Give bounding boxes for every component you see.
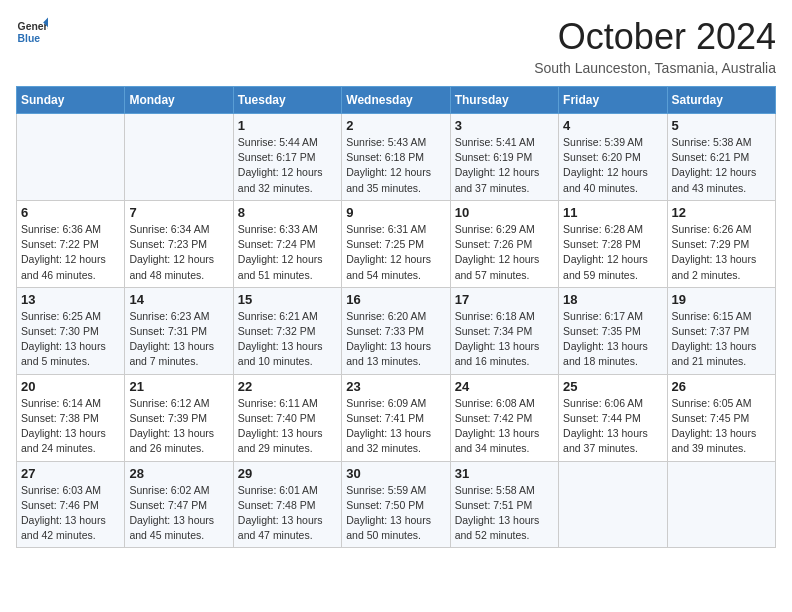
cell-info: Sunrise: 5:59 AMSunset: 7:50 PMDaylight:… xyxy=(346,483,445,544)
calendar-cell: 28Sunrise: 6:02 AMSunset: 7:47 PMDayligh… xyxy=(125,461,233,548)
calendar-cell: 30Sunrise: 5:59 AMSunset: 7:50 PMDayligh… xyxy=(342,461,450,548)
cell-info: Sunrise: 6:09 AMSunset: 7:41 PMDaylight:… xyxy=(346,396,445,457)
calendar-cell xyxy=(17,114,125,201)
calendar-cell xyxy=(125,114,233,201)
calendar-cell: 20Sunrise: 6:14 AMSunset: 7:38 PMDayligh… xyxy=(17,374,125,461)
location: South Launceston, Tasmania, Australia xyxy=(534,60,776,76)
cell-info: Sunrise: 5:38 AMSunset: 6:21 PMDaylight:… xyxy=(672,135,771,196)
calendar-cell: 12Sunrise: 6:26 AMSunset: 7:29 PMDayligh… xyxy=(667,200,775,287)
calendar-cell: 15Sunrise: 6:21 AMSunset: 7:32 PMDayligh… xyxy=(233,287,341,374)
cell-info: Sunrise: 6:23 AMSunset: 7:31 PMDaylight:… xyxy=(129,309,228,370)
page-header: General Blue October 2024 South Launcest… xyxy=(16,16,776,76)
title-block: October 2024 South Launceston, Tasmania,… xyxy=(534,16,776,76)
cell-info: Sunrise: 6:02 AMSunset: 7:47 PMDaylight:… xyxy=(129,483,228,544)
cell-info: Sunrise: 6:15 AMSunset: 7:37 PMDaylight:… xyxy=(672,309,771,370)
day-number: 14 xyxy=(129,292,228,307)
calendar-week-row: 13Sunrise: 6:25 AMSunset: 7:30 PMDayligh… xyxy=(17,287,776,374)
day-header-friday: Friday xyxy=(559,87,667,114)
day-number: 12 xyxy=(672,205,771,220)
day-header-monday: Monday xyxy=(125,87,233,114)
calendar-cell: 14Sunrise: 6:23 AMSunset: 7:31 PMDayligh… xyxy=(125,287,233,374)
calendar-cell: 3Sunrise: 5:41 AMSunset: 6:19 PMDaylight… xyxy=(450,114,558,201)
cell-info: Sunrise: 6:06 AMSunset: 7:44 PMDaylight:… xyxy=(563,396,662,457)
day-header-saturday: Saturday xyxy=(667,87,775,114)
calendar-cell: 4Sunrise: 5:39 AMSunset: 6:20 PMDaylight… xyxy=(559,114,667,201)
logo-icon: General Blue xyxy=(16,16,48,48)
calendar-cell: 29Sunrise: 6:01 AMSunset: 7:48 PMDayligh… xyxy=(233,461,341,548)
calendar-cell: 16Sunrise: 6:20 AMSunset: 7:33 PMDayligh… xyxy=(342,287,450,374)
cell-info: Sunrise: 6:31 AMSunset: 7:25 PMDaylight:… xyxy=(346,222,445,283)
day-number: 21 xyxy=(129,379,228,394)
day-number: 16 xyxy=(346,292,445,307)
calendar-cell: 27Sunrise: 6:03 AMSunset: 7:46 PMDayligh… xyxy=(17,461,125,548)
cell-info: Sunrise: 6:01 AMSunset: 7:48 PMDaylight:… xyxy=(238,483,337,544)
cell-info: Sunrise: 6:26 AMSunset: 7:29 PMDaylight:… xyxy=(672,222,771,283)
day-number: 10 xyxy=(455,205,554,220)
day-number: 15 xyxy=(238,292,337,307)
calendar-cell xyxy=(559,461,667,548)
cell-info: Sunrise: 6:14 AMSunset: 7:38 PMDaylight:… xyxy=(21,396,120,457)
day-number: 18 xyxy=(563,292,662,307)
day-number: 3 xyxy=(455,118,554,133)
calendar-cell: 19Sunrise: 6:15 AMSunset: 7:37 PMDayligh… xyxy=(667,287,775,374)
cell-info: Sunrise: 5:43 AMSunset: 6:18 PMDaylight:… xyxy=(346,135,445,196)
day-number: 23 xyxy=(346,379,445,394)
calendar-cell: 25Sunrise: 6:06 AMSunset: 7:44 PMDayligh… xyxy=(559,374,667,461)
day-number: 28 xyxy=(129,466,228,481)
calendar-week-row: 1Sunrise: 5:44 AMSunset: 6:17 PMDaylight… xyxy=(17,114,776,201)
calendar-cell xyxy=(667,461,775,548)
day-number: 19 xyxy=(672,292,771,307)
cell-info: Sunrise: 6:33 AMSunset: 7:24 PMDaylight:… xyxy=(238,222,337,283)
cell-info: Sunrise: 6:05 AMSunset: 7:45 PMDaylight:… xyxy=(672,396,771,457)
day-number: 24 xyxy=(455,379,554,394)
cell-info: Sunrise: 6:12 AMSunset: 7:39 PMDaylight:… xyxy=(129,396,228,457)
month-title: October 2024 xyxy=(534,16,776,58)
calendar-cell: 11Sunrise: 6:28 AMSunset: 7:28 PMDayligh… xyxy=(559,200,667,287)
cell-info: Sunrise: 6:20 AMSunset: 7:33 PMDaylight:… xyxy=(346,309,445,370)
cell-info: Sunrise: 6:25 AMSunset: 7:30 PMDaylight:… xyxy=(21,309,120,370)
day-number: 29 xyxy=(238,466,337,481)
cell-info: Sunrise: 5:44 AMSunset: 6:17 PMDaylight:… xyxy=(238,135,337,196)
cell-info: Sunrise: 6:34 AMSunset: 7:23 PMDaylight:… xyxy=(129,222,228,283)
calendar-cell: 17Sunrise: 6:18 AMSunset: 7:34 PMDayligh… xyxy=(450,287,558,374)
cell-info: Sunrise: 6:18 AMSunset: 7:34 PMDaylight:… xyxy=(455,309,554,370)
cell-info: Sunrise: 6:03 AMSunset: 7:46 PMDaylight:… xyxy=(21,483,120,544)
cell-info: Sunrise: 6:11 AMSunset: 7:40 PMDaylight:… xyxy=(238,396,337,457)
cell-info: Sunrise: 5:58 AMSunset: 7:51 PMDaylight:… xyxy=(455,483,554,544)
calendar-cell: 7Sunrise: 6:34 AMSunset: 7:23 PMDaylight… xyxy=(125,200,233,287)
cell-info: Sunrise: 5:41 AMSunset: 6:19 PMDaylight:… xyxy=(455,135,554,196)
svg-text:General: General xyxy=(18,21,48,32)
day-header-tuesday: Tuesday xyxy=(233,87,341,114)
day-number: 20 xyxy=(21,379,120,394)
calendar-cell: 10Sunrise: 6:29 AMSunset: 7:26 PMDayligh… xyxy=(450,200,558,287)
day-number: 1 xyxy=(238,118,337,133)
day-header-thursday: Thursday xyxy=(450,87,558,114)
calendar-cell: 24Sunrise: 6:08 AMSunset: 7:42 PMDayligh… xyxy=(450,374,558,461)
calendar-cell: 13Sunrise: 6:25 AMSunset: 7:30 PMDayligh… xyxy=(17,287,125,374)
svg-text:Blue: Blue xyxy=(18,33,41,44)
cell-info: Sunrise: 6:28 AMSunset: 7:28 PMDaylight:… xyxy=(563,222,662,283)
cell-info: Sunrise: 6:29 AMSunset: 7:26 PMDaylight:… xyxy=(455,222,554,283)
calendar-cell: 9Sunrise: 6:31 AMSunset: 7:25 PMDaylight… xyxy=(342,200,450,287)
day-number: 17 xyxy=(455,292,554,307)
calendar-week-row: 27Sunrise: 6:03 AMSunset: 7:46 PMDayligh… xyxy=(17,461,776,548)
cell-info: Sunrise: 6:21 AMSunset: 7:32 PMDaylight:… xyxy=(238,309,337,370)
day-number: 22 xyxy=(238,379,337,394)
day-number: 8 xyxy=(238,205,337,220)
calendar-header-row: SundayMondayTuesdayWednesdayThursdayFrid… xyxy=(17,87,776,114)
day-number: 27 xyxy=(21,466,120,481)
day-number: 6 xyxy=(21,205,120,220)
calendar-cell: 31Sunrise: 5:58 AMSunset: 7:51 PMDayligh… xyxy=(450,461,558,548)
calendar-table: SundayMondayTuesdayWednesdayThursdayFrid… xyxy=(16,86,776,548)
day-number: 30 xyxy=(346,466,445,481)
calendar-cell: 8Sunrise: 6:33 AMSunset: 7:24 PMDaylight… xyxy=(233,200,341,287)
day-number: 4 xyxy=(563,118,662,133)
logo: General Blue xyxy=(16,16,48,48)
day-number: 25 xyxy=(563,379,662,394)
cell-info: Sunrise: 5:39 AMSunset: 6:20 PMDaylight:… xyxy=(563,135,662,196)
day-header-sunday: Sunday xyxy=(17,87,125,114)
calendar-cell: 21Sunrise: 6:12 AMSunset: 7:39 PMDayligh… xyxy=(125,374,233,461)
calendar-week-row: 6Sunrise: 6:36 AMSunset: 7:22 PMDaylight… xyxy=(17,200,776,287)
day-number: 5 xyxy=(672,118,771,133)
day-number: 2 xyxy=(346,118,445,133)
